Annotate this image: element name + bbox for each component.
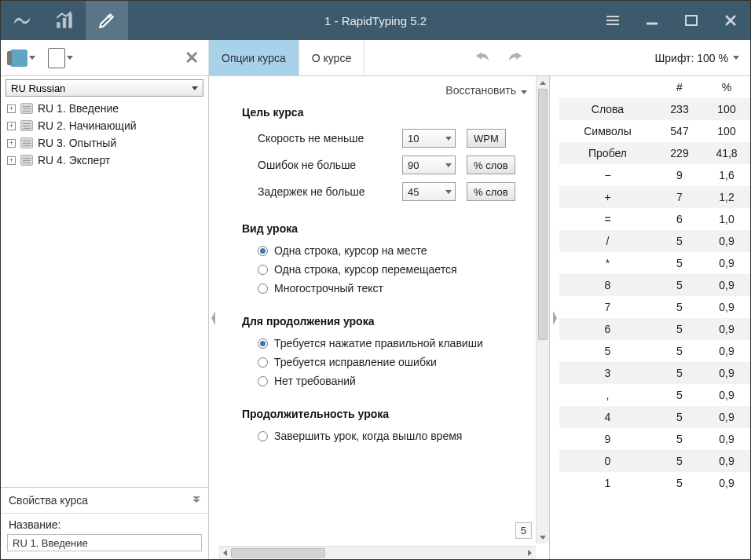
stats-count: 5 [656, 455, 703, 467]
properties-header[interactable]: Свойства курса [1, 487, 208, 513]
expand-icon[interactable]: + [7, 139, 16, 148]
section-duration-title: Продолжительность урока [218, 401, 549, 426]
stats-label: 1 [559, 477, 656, 489]
stats-count: 5 [656, 367, 703, 379]
stats-table-body: Слова233100Символы547100Пробел22941,8−91… [559, 98, 750, 494]
goal-unit-button[interactable]: % слов [467, 182, 515, 201]
stats-row: 650,9 [559, 318, 750, 340]
language-select[interactable]: RU Russian [5, 79, 203, 97]
course-icon [20, 137, 33, 148]
time-badge[interactable]: 5 [515, 522, 532, 539]
stats-row: Слова233100 [559, 98, 750, 120]
scroll-right-icon[interactable] [523, 547, 536, 559]
app-window: 1 - RapidTyping 5.2 ✕ Опции курса О курс… [0, 0, 751, 560]
stats-count: 5 [656, 477, 703, 489]
tree-item-2[interactable]: +RU 3. Опытный [5, 134, 203, 152]
radio-icon [258, 339, 268, 349]
stats-pct: 0,9 [703, 257, 750, 269]
titlebar: 1 - RapidTyping 5.2 [1, 1, 750, 40]
radio-icon [258, 265, 268, 275]
stats-count: 547 [656, 125, 703, 137]
scroll-thumb[interactable] [231, 548, 325, 558]
course-icon [20, 155, 33, 166]
continue-radio-2[interactable]: Нет требований [218, 372, 549, 390]
continue-radio-0[interactable]: Требуется нажатие правильной клавиши [218, 334, 549, 353]
stats-row: 850,9 [559, 274, 750, 296]
expand-icon[interactable]: + [7, 156, 16, 165]
tree-item-label: RU 1. Введение [38, 102, 119, 115]
stats-label: 3 [559, 367, 656, 379]
goal-value-select[interactable]: 10 [402, 129, 456, 148]
stats-pct: 1,6 [703, 169, 750, 181]
tree-item-3[interactable]: +RU 4. Эксперт [5, 152, 203, 169]
svg-rect-7 [686, 16, 697, 25]
view-radio-1[interactable]: Одна строка, курсор перемещается [218, 260, 549, 279]
scroll-up-icon[interactable] [537, 76, 549, 89]
titlebar-tab-play[interactable] [1, 1, 43, 40]
view-radio-0[interactable]: Одна строка, курсор на месте [218, 241, 549, 260]
new-button[interactable] [43, 45, 78, 71]
menu-button[interactable] [593, 1, 632, 40]
split-handle-right[interactable] [550, 76, 559, 559]
expand-icon[interactable]: + [7, 104, 16, 113]
goal-value-select[interactable]: 90 [402, 156, 456, 174]
toolbar: ✕ Опции курса О курсе Шрифт: 100 % [1, 40, 750, 76]
goal-value-select[interactable]: 45 [402, 182, 456, 201]
goal-unit-button[interactable]: % слов [467, 156, 515, 174]
tab-about[interactable]: О курсе [299, 40, 365, 75]
stats-row: /50,9 [559, 230, 750, 252]
radio-label: Нет требований [274, 375, 356, 387]
delete-button[interactable]: ✕ [180, 45, 203, 71]
split-handle-left[interactable] [209, 76, 218, 559]
goal-row-1: Ошибок не больше90% слов [218, 152, 549, 178]
stats-row: 550,9 [559, 340, 750, 362]
duration-radio[interactable]: Завершить урок, когда вышло время [218, 426, 549, 459]
stats-row: 350,9 [559, 362, 750, 384]
stats-count: 5 [656, 323, 703, 335]
course-icon [20, 120, 33, 131]
main-area: RU Russian +RU 1. Введение+RU 2. Начинаю… [1, 76, 750, 559]
tree-item-0[interactable]: +RU 1. Введение [5, 100, 203, 117]
vertical-scrollbar[interactable] [536, 76, 549, 544]
stats-count: 5 [656, 301, 703, 313]
scroll-down-icon[interactable] [537, 531, 549, 544]
scroll-thumb[interactable] [538, 89, 548, 340]
redo-button[interactable] [506, 49, 523, 67]
radio-label: Требуется нажатие правильной клавиши [274, 337, 483, 350]
titlebar-tab-stats[interactable] [43, 1, 86, 40]
course-icon [20, 103, 33, 114]
section-view-title: Вид урока [218, 216, 549, 241]
font-zoom-control[interactable]: Шрифт: 100 % [643, 40, 750, 75]
stats-row: 450,9 [559, 406, 750, 428]
tree-item-1[interactable]: +RU 2. Начинающий [5, 117, 203, 134]
titlebar-tab-editor[interactable] [86, 1, 128, 40]
undo-button[interactable] [474, 49, 492, 67]
radio-icon [258, 246, 268, 256]
stats-pct: 1,2 [703, 191, 750, 203]
restore-label: Восстановить [445, 84, 516, 97]
course-button[interactable] [5, 46, 40, 70]
continue-radio-1[interactable]: Требуется исправление ошибки [218, 353, 549, 372]
horizontal-scrollbar[interactable] [218, 546, 536, 559]
radio-label: Требуется исправление ошибки [274, 356, 437, 368]
minimize-button[interactable] [632, 1, 672, 40]
restore-button[interactable]: Восстановить [218, 76, 549, 100]
stats-col-count: # [656, 81, 703, 93]
chevron-down-icon [445, 163, 452, 167]
stats-count: 7 [656, 191, 703, 203]
tree-item-label: RU 2. Начинающий [38, 119, 137, 132]
view-radio-2[interactable]: Многострочный текст [218, 279, 549, 298]
tab-options[interactable]: Опции курса [209, 40, 299, 75]
goal-unit-button[interactable]: WPM [467, 129, 506, 148]
options-scroll-area[interactable]: Восстановить Цель курса Скорость не мень… [218, 76, 550, 559]
chevron-down-icon [67, 56, 73, 60]
expand-icon[interactable]: + [7, 122, 16, 130]
stats-pct: 0,9 [703, 411, 750, 423]
name-input[interactable]: RU 1. Введение [7, 534, 202, 551]
maximize-button[interactable] [672, 1, 711, 40]
stats-row: =61,0 [559, 208, 750, 230]
scroll-left-icon[interactable] [218, 547, 231, 559]
stats-pct: 0,9 [703, 301, 750, 313]
close-button[interactable] [711, 1, 750, 40]
radio-label: Многострочный текст [274, 282, 383, 295]
